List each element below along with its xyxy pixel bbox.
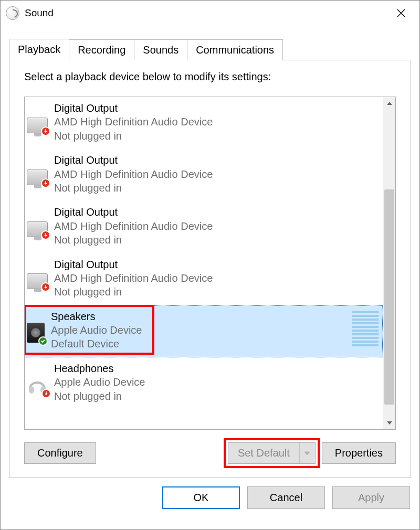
scrollbar-thumb[interactable] <box>384 189 394 405</box>
set-default-button[interactable]: Set Default <box>228 442 316 464</box>
properties-button[interactable]: Properties <box>322 442 396 464</box>
default-badge-icon <box>38 336 48 346</box>
dropdown-arrow-icon[interactable] <box>299 443 315 463</box>
tab-sounds[interactable]: Sounds <box>134 39 187 60</box>
device-description: Apple Audio Device <box>54 375 145 389</box>
monitor-icon <box>27 169 48 185</box>
device-name: Speakers <box>51 310 142 323</box>
device-name: Digital Output <box>54 153 213 167</box>
audio-level-meter <box>352 311 379 346</box>
device-status: Not plugged in <box>54 181 213 195</box>
device-name: Headphones <box>54 362 145 375</box>
close-icon <box>396 8 406 18</box>
monitor-icon <box>27 273 48 289</box>
close-button[interactable] <box>388 1 414 26</box>
list-item[interactable]: Digital Output AMD High Definition Audio… <box>25 97 383 149</box>
device-name: Digital Output <box>54 101 213 115</box>
device-list[interactable]: Digital Output AMD High Definition Audio… <box>25 97 383 429</box>
ok-button[interactable]: OK <box>162 486 240 509</box>
list-item[interactable]: Speakers Apple Audio Device Default Devi… <box>25 305 383 357</box>
dialog-footer: OK Cancel Apply <box>1 478 419 520</box>
instruction-text: Select a playback device below to modify… <box>24 71 396 83</box>
tab-playback[interactable]: Playback <box>9 39 69 60</box>
list-item[interactable]: Digital Output AMD High Definition Audio… <box>25 253 383 305</box>
tab-area: Playback Recording Sounds Communications… <box>1 26 419 478</box>
unplugged-badge-icon <box>41 389 51 398</box>
device-status: Not plugged in <box>54 389 145 403</box>
device-description: Apple Audio Device <box>51 323 142 337</box>
headphones-icon <box>27 374 48 395</box>
list-item[interactable]: Digital Output AMD High Definition Audio… <box>25 201 383 253</box>
scroll-up-arrow-icon[interactable] <box>383 97 395 110</box>
device-status: Default Device <box>51 337 142 351</box>
unplugged-badge-icon <box>41 126 50 136</box>
sound-dialog: Sound Playback Recording Sounds Communic… <box>0 0 420 530</box>
device-list-container: Digital Output AMD High Definition Audio… <box>24 97 396 430</box>
device-description: AMD High Definition Audio Device <box>54 115 213 129</box>
device-description: AMD High Definition Audio Device <box>54 219 213 233</box>
sound-app-icon <box>6 6 19 20</box>
device-status: Not plugged in <box>54 129 213 143</box>
scrollbar[interactable] <box>383 97 395 429</box>
speaker-icon <box>27 323 45 343</box>
monitor-icon <box>27 118 48 133</box>
scrollbar-track[interactable] <box>383 110 395 417</box>
unplugged-badge-icon <box>41 282 50 292</box>
monitor-icon <box>27 221 48 237</box>
tab-communications[interactable]: Communications <box>187 39 283 60</box>
set-default-label: Set Default <box>228 443 299 463</box>
device-status: Not plugged in <box>54 285 213 299</box>
window-title: Sound <box>25 7 383 19</box>
tabstrip: Playback Recording Sounds Communications <box>9 39 411 60</box>
device-name: Digital Output <box>54 258 213 271</box>
device-description: AMD High Definition Audio Device <box>54 167 213 181</box>
list-item[interactable]: Headphones Apple Audio Device Not plugge… <box>25 357 383 409</box>
unplugged-badge-icon <box>41 230 50 240</box>
apply-button[interactable]: Apply <box>332 486 410 509</box>
unplugged-badge-icon <box>41 178 50 188</box>
svg-point-0 <box>29 386 34 394</box>
cancel-button[interactable]: Cancel <box>247 486 325 509</box>
list-item[interactable]: Digital Output AMD High Definition Audio… <box>25 149 383 201</box>
panel-button-row: Configure Set Default Properties <box>24 442 396 464</box>
device-status: Not plugged in <box>54 233 213 247</box>
device-description: AMD High Definition Audio Device <box>54 271 213 285</box>
tab-recording[interactable]: Recording <box>69 39 134 60</box>
tab-panel-playback: Select a playback device below to modify… <box>9 60 411 478</box>
scroll-down-arrow-icon[interactable] <box>383 417 395 429</box>
device-name: Digital Output <box>54 205 213 219</box>
titlebar: Sound <box>1 1 419 26</box>
configure-button[interactable]: Configure <box>24 442 96 464</box>
